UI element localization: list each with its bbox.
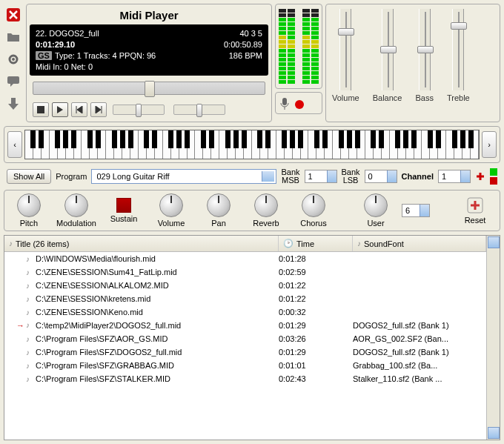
mic-button[interactable] [279, 97, 291, 110]
prev-button[interactable] [71, 102, 87, 117]
pitch-knob[interactable] [17, 193, 41, 217]
row-soundfont: DOGOS2_full.sf2 (Bank 1) [353, 321, 486, 330]
octave-up-button[interactable]: › [482, 131, 497, 158]
volume-knob[interactable] [159, 193, 183, 217]
playlist-row[interactable]: →♪C:\temp2\MidiPlayer2\DOGOS2_full.mid0:… [4, 319, 486, 332]
row-title: C:\Program Files\SFZ\GRABBAG.MID [34, 361, 279, 370]
row-title: C:\ZENE\SESSION\Sum41_FatLip.mid [34, 268, 279, 276]
scrollbar[interactable] [486, 236, 500, 440]
time-header[interactable]: Time [296, 239, 314, 248]
playlist-row[interactable]: ♪C:\ZENE\SESSION\ALKALOM2.MID0:01:22 [4, 279, 486, 292]
tempo-slider[interactable] [113, 105, 165, 115]
gs-badge: GS [36, 51, 52, 60]
scroll-up-button[interactable] [488, 236, 500, 248]
row-time: 0:03:26 [279, 334, 353, 343]
status-red-icon [490, 177, 497, 185]
status-green-icon [490, 168, 497, 176]
row-title: D:\WINDOWS\Media\flourish.mid [34, 254, 279, 263]
row-title: C:\ZENE\SESSION\kretens.mid [34, 294, 279, 303]
soundfont-header[interactable]: SoundFont [364, 239, 404, 248]
row-time: 0:01:28 [279, 254, 353, 263]
row-soundfont: Grabbag_100.sf2 (Ba... [353, 361, 486, 370]
pan-label: Pan [211, 219, 226, 228]
comment-icon[interactable] [5, 73, 21, 90]
next-button[interactable] [90, 102, 107, 117]
bass-label: Bass [415, 93, 433, 102]
note-icon: ♪ [26, 282, 30, 290]
user-knob[interactable] [364, 193, 388, 217]
down-arrow-icon[interactable] [5, 96, 21, 112]
volume-knob-label: Volume [158, 219, 185, 228]
program-select[interactable]: 029 Long Guitar Riff [91, 169, 276, 184]
note-icon: ♪ [26, 321, 30, 330]
title-header[interactable]: Title (26 items) [16, 239, 69, 248]
scroll-down-button[interactable] [488, 427, 500, 439]
svg-rect-4 [37, 106, 44, 113]
row-time: 0:02:43 [279, 374, 353, 383]
note-icon: ♪ [26, 335, 30, 343]
record-button[interactable] [294, 99, 305, 110]
elapsed-time: 0:01:29.10 [36, 40, 75, 49]
reset-button[interactable] [466, 196, 484, 214]
svg-point-2 [12, 58, 15, 61]
channel-input[interactable]: 1 [438, 170, 471, 183]
note-icon: ♪ [26, 268, 30, 276]
balance-label: Balance [373, 93, 402, 102]
note-icon: ♪ [357, 239, 361, 248]
modulation-label: Modulation [56, 219, 96, 228]
reset-label: Reset [465, 216, 486, 225]
playlist: ♪Title (26 items) 🕑Time ♪SoundFont ♪D:\W… [4, 235, 500, 440]
note-icon: ♪ [9, 239, 13, 248]
show-all-button[interactable]: Show All [7, 169, 51, 184]
progress-slider[interactable] [33, 82, 265, 95]
folder-icon[interactable] [5, 29, 21, 45]
row-time: 0:01:22 [279, 294, 353, 303]
playlist-row[interactable]: ♪C:\Program Files\SFZ\GRABBAG.MID0:01:01… [4, 359, 486, 372]
vu-meters [275, 4, 322, 89]
row-title: C:\ZENE\SESSION\Keno.mid [34, 308, 279, 317]
bass-fader[interactable] [419, 9, 431, 90]
bank-lsb-input[interactable]: 0 [365, 170, 397, 183]
bank-lsb-label: Bank LSB [342, 168, 360, 185]
track-info: Type: 1 Tracks: 4 PPQN: 96 [55, 51, 156, 60]
playlist-row[interactable]: ♪C:\ZENE\SESSION\Keno.mid0:00:32 [4, 305, 486, 319]
bank-msb-input[interactable]: 1 [305, 170, 337, 183]
midi-info: Midi In: 0 Net: 0 [36, 62, 262, 71]
volume-label: Volume [332, 93, 359, 102]
playlist-row[interactable]: ♪C:\ZENE\SESSION\Sum41_FatLip.mid0:02:59 [4, 265, 486, 279]
player-panel: Midi Player 22. DOGOS2_full40 3 5 0:01:2… [26, 4, 272, 122]
row-time: 0:00:32 [279, 308, 353, 317]
close-button[interactable] [5, 7, 21, 23]
pan-knob[interactable] [207, 193, 231, 217]
note-icon: ♪ [26, 255, 30, 263]
playlist-row[interactable]: ♪D:\WINDOWS\Media\flourish.mid0:01:28 [4, 252, 486, 265]
play-button[interactable] [52, 102, 68, 117]
row-soundfont: AOR_GS_002.SF2 (Ban... [353, 334, 486, 343]
row-time: 0:01:29 [279, 348, 353, 357]
note-icon: ♪ [26, 362, 30, 370]
row-title: C:\temp2\MidiPlayer2\DOGOS2_full.mid [34, 321, 279, 330]
add-icon[interactable] [475, 171, 485, 182]
sustain-button[interactable] [116, 198, 131, 213]
aux-slider[interactable] [173, 105, 225, 115]
playlist-row[interactable]: ♪C:\Program Files\SFZ\AOR_GS.MID0:03:26A… [4, 332, 486, 345]
stop-button[interactable] [33, 102, 49, 117]
clock-icon: 🕑 [283, 239, 294, 248]
gear-icon[interactable] [5, 51, 21, 67]
playlist-row[interactable]: ♪C:\Program Files\SFZ\DOGOS2_full.mid0:0… [4, 345, 486, 359]
note-icon: ♪ [26, 375, 30, 383]
svg-rect-3 [7, 76, 19, 84]
svg-point-6 [295, 100, 304, 109]
user-value-input[interactable]: 6 [402, 204, 430, 217]
piano-keyboard[interactable] [24, 130, 480, 159]
lcd-counters: 40 3 5 [239, 29, 262, 38]
volume-fader[interactable] [339, 9, 351, 90]
modulation-knob[interactable] [64, 193, 88, 217]
treble-fader[interactable] [452, 9, 464, 90]
balance-fader[interactable] [382, 9, 394, 90]
reverb-knob[interactable] [254, 193, 278, 217]
playlist-row[interactable]: ♪C:\Program Files\SFZ\STALKER.MID0:02:43… [4, 372, 486, 385]
chorus-knob[interactable] [302, 193, 325, 217]
octave-down-button[interactable]: ‹ [7, 131, 22, 158]
playlist-row[interactable]: ♪C:\ZENE\SESSION\kretens.mid0:01:22 [4, 292, 486, 305]
